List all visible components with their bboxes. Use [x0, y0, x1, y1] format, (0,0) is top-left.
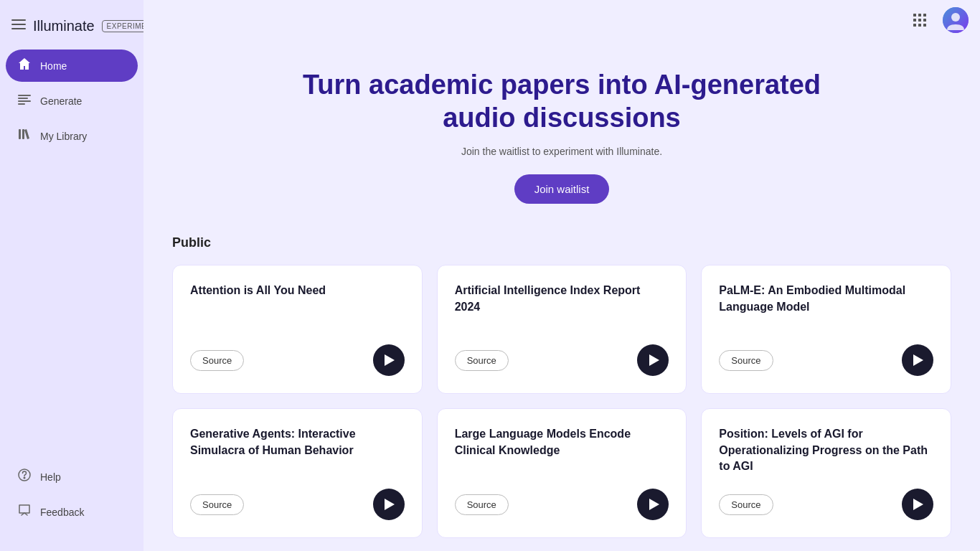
svg-rect-17	[913, 24, 916, 27]
cards-grid: Attention is All You Need Source Artific…	[172, 265, 951, 538]
menu-icon[interactable]	[11, 17, 26, 35]
source-button-3[interactable]: Source	[719, 350, 773, 371]
svg-rect-5	[18, 100, 31, 102]
public-section: Public Attention is All You Need Source …	[143, 218, 980, 551]
app-name: Illuminate	[33, 18, 95, 34]
card-title-1: Attention is All You Need	[190, 283, 405, 330]
section-title: Public	[172, 235, 951, 250]
sidebar-item-home-label: Home	[40, 60, 67, 72]
main-content: Turn academic papers into AI-generated a…	[143, 0, 980, 551]
svg-rect-2	[11, 28, 26, 29]
svg-rect-3	[18, 95, 31, 96]
generate-icon	[17, 92, 32, 110]
card-title-4: Generative Agents: Interactive Simulacra…	[190, 426, 405, 474]
help-label: Help	[40, 471, 61, 483]
svg-point-21	[951, 13, 960, 22]
sidebar: Illuminate EXPERIMENT Home Gener	[0, 0, 143, 551]
help-item[interactable]: Help	[6, 461, 138, 493]
help-icon	[17, 468, 32, 486]
svg-rect-18	[918, 24, 921, 27]
sidebar-nav: Home Generate M	[0, 50, 143, 461]
play-icon-3	[913, 354, 923, 366]
source-button-5[interactable]: Source	[455, 494, 509, 515]
sidebar-item-library-label: My Library	[40, 131, 87, 142]
sidebar-item-generate[interactable]: Generate	[6, 85, 138, 117]
svg-rect-11	[913, 14, 916, 17]
hero-title: Turn academic papers into AI-generated a…	[172, 69, 951, 134]
card-footer-4: Source	[190, 489, 405, 520]
topbar	[287, 0, 980, 40]
play-icon-2	[649, 354, 659, 366]
card-footer-2: Source	[455, 344, 669, 376]
card-title-5: Large Language Models Encode Clinical Kn…	[455, 426, 669, 474]
svg-rect-16	[923, 19, 926, 22]
apps-button[interactable]	[905, 6, 934, 34]
source-button-1[interactable]: Source	[190, 350, 244, 371]
svg-rect-1	[11, 24, 26, 25]
card-footer-3: Source	[719, 344, 933, 376]
feedback-item[interactable]: Feedback	[6, 496, 138, 528]
library-icon	[17, 127, 32, 145]
play-button-5[interactable]	[637, 489, 669, 520]
hero-subtitle: Join the waitlist to experiment with Ill…	[172, 146, 951, 157]
svg-rect-8	[22, 129, 24, 139]
join-waitlist-button[interactable]: Join waitlist	[514, 174, 610, 204]
card-llm-clinical: Large Language Models Encode Clinical Kn…	[437, 408, 687, 538]
svg-rect-4	[18, 98, 28, 99]
card-generative-agents: Generative Agents: Interactive Simulacra…	[172, 408, 423, 538]
card-footer-5: Source	[455, 489, 669, 520]
hero-section: Turn academic papers into AI-generated a…	[143, 40, 980, 218]
play-icon-5	[649, 499, 659, 510]
card-palm-e: PaLM-E: An Embodied Multimodal Language …	[701, 265, 951, 394]
feedback-icon	[17, 503, 32, 521]
sidebar-item-generate-label: Generate	[40, 95, 82, 107]
play-button-4[interactable]	[373, 489, 405, 520]
card-title-2: Artificial Intelligence Index Report 202…	[455, 283, 669, 330]
play-button-6[interactable]	[902, 489, 933, 520]
sidebar-bottom: Help Feedback	[0, 461, 143, 540]
sidebar-item-home[interactable]: Home	[6, 50, 138, 82]
svg-rect-12	[918, 14, 921, 17]
card-attention: Attention is All You Need Source	[172, 265, 423, 394]
play-button-3[interactable]	[902, 344, 933, 376]
logo-area: Illuminate EXPERIMENT	[0, 11, 143, 50]
card-footer-6: Source	[719, 489, 933, 520]
play-icon-4	[385, 499, 395, 510]
card-agi-levels: Position: Levels of AGI for Operationali…	[701, 408, 951, 538]
card-footer-1: Source	[190, 344, 405, 376]
play-button-2[interactable]	[637, 344, 669, 376]
card-ai-index: Artificial Intelligence Index Report 202…	[437, 265, 687, 394]
svg-point-10	[24, 477, 25, 479]
svg-rect-6	[18, 103, 25, 105]
feedback-label: Feedback	[40, 507, 84, 518]
svg-rect-7	[19, 129, 21, 139]
source-button-2[interactable]: Source	[455, 350, 509, 371]
svg-rect-0	[11, 19, 26, 21]
home-icon	[17, 57, 32, 75]
play-button-1[interactable]	[373, 344, 405, 376]
card-title-6: Position: Levels of AGI for Operationali…	[719, 426, 933, 474]
source-button-6[interactable]: Source	[719, 494, 773, 515]
play-icon-6	[913, 499, 923, 510]
sidebar-item-library[interactable]: My Library	[6, 120, 138, 152]
svg-rect-15	[918, 19, 921, 22]
svg-rect-14	[913, 19, 916, 22]
svg-rect-19	[923, 24, 926, 27]
play-icon-1	[385, 354, 395, 366]
svg-rect-13	[923, 14, 926, 17]
user-avatar[interactable]	[943, 7, 969, 33]
card-title-3: PaLM-E: An Embodied Multimodal Language …	[719, 283, 933, 330]
source-button-4[interactable]: Source	[190, 494, 244, 515]
